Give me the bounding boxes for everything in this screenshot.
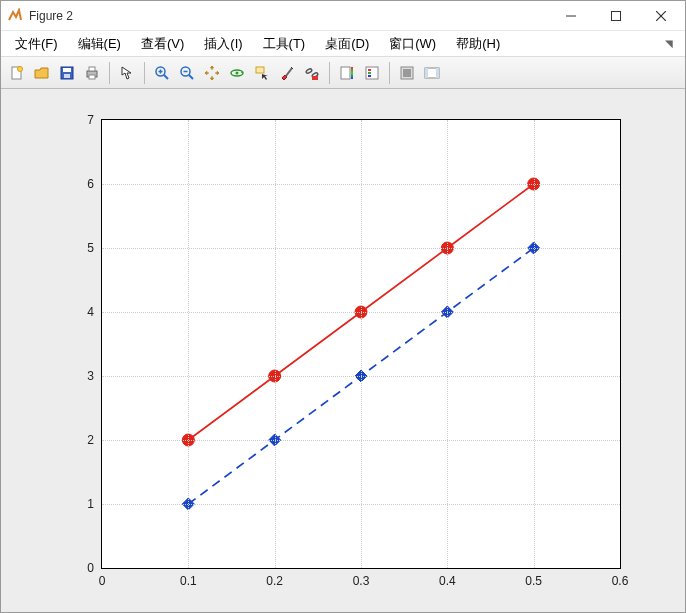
svg-rect-28 — [366, 67, 378, 79]
menu-file[interactable]: 文件(F) — [5, 32, 68, 56]
menu-help[interactable]: 帮助(H) — [446, 32, 510, 56]
new-figure-icon[interactable] — [5, 61, 29, 85]
zoom-in-icon[interactable] — [150, 61, 174, 85]
rotate-3d-icon[interactable] — [225, 61, 249, 85]
svg-rect-21 — [256, 67, 264, 73]
y-tick-label: 1 — [87, 497, 102, 511]
x-tick-label: 0.6 — [612, 568, 629, 588]
minimize-button[interactable] — [548, 2, 593, 30]
svg-point-20 — [236, 71, 239, 74]
y-tick-label: 7 — [87, 113, 102, 127]
menu-insert[interactable]: 插入(I) — [194, 32, 252, 56]
print-icon[interactable] — [80, 61, 104, 85]
insert-legend-icon[interactable] — [360, 61, 384, 85]
toolbar-separator — [389, 62, 390, 84]
window-title: Figure 2 — [29, 9, 548, 23]
figure-canvas[interactable]: 00.10.20.30.40.50.601234567 — [1, 89, 685, 612]
edit-plot-icon[interactable] — [115, 61, 139, 85]
svg-rect-8 — [64, 74, 70, 78]
toolbar-separator — [329, 62, 330, 84]
y-tick-label: 5 — [87, 241, 102, 255]
x-tick-label: 0.1 — [180, 568, 197, 588]
x-tick-label: 0.3 — [353, 568, 370, 588]
maximize-button[interactable] — [593, 2, 638, 30]
svg-line-22 — [286, 68, 292, 76]
menu-view[interactable]: 查看(V) — [131, 32, 194, 56]
matlab-icon — [7, 8, 23, 24]
save-icon[interactable] — [55, 61, 79, 85]
y-tick-label: 6 — [87, 177, 102, 191]
svg-rect-36 — [436, 68, 439, 78]
axes[interactable]: 00.10.20.30.40.50.601234567 — [101, 119, 621, 569]
x-tick-label: 0.5 — [525, 568, 542, 588]
menu-desktop[interactable]: 桌面(D) — [315, 32, 379, 56]
svg-line-13 — [164, 75, 168, 79]
docking-affordance[interactable]: ◥ — [657, 35, 681, 52]
menu-edit[interactable]: 编辑(E) — [68, 32, 131, 56]
menu-tools[interactable]: 工具(T) — [253, 32, 316, 56]
y-tick-label: 2 — [87, 433, 102, 447]
svg-rect-27 — [351, 67, 353, 79]
y-tick-label: 4 — [87, 305, 102, 319]
toolbar-separator — [109, 62, 110, 84]
svg-rect-33 — [403, 69, 411, 77]
svg-rect-11 — [89, 75, 95, 79]
svg-rect-1 — [611, 11, 620, 20]
menu-window[interactable]: 窗口(W) — [379, 32, 446, 56]
svg-rect-7 — [63, 68, 71, 72]
insert-colorbar-icon[interactable] — [335, 61, 359, 85]
titlebar: Figure 2 — [1, 1, 685, 31]
svg-rect-10 — [89, 67, 95, 71]
link-data-icon[interactable] — [300, 61, 324, 85]
x-tick-label: 0.2 — [266, 568, 283, 588]
toolbar-separator — [144, 62, 145, 84]
toolbar — [1, 57, 685, 89]
pan-icon[interactable] — [200, 61, 224, 85]
close-button[interactable] — [638, 2, 683, 30]
hide-plot-tools-icon[interactable] — [395, 61, 419, 85]
show-plot-tools-icon[interactable] — [420, 61, 444, 85]
data-cursor-icon[interactable] — [250, 61, 274, 85]
open-file-icon[interactable] — [30, 61, 54, 85]
svg-rect-25 — [312, 76, 318, 80]
svg-point-5 — [18, 66, 23, 71]
x-tick-label: 0.4 — [439, 568, 456, 588]
menubar: 文件(F) 编辑(E) 查看(V) 插入(I) 工具(T) 桌面(D) 窗口(W… — [1, 31, 685, 57]
zoom-out-icon[interactable] — [175, 61, 199, 85]
svg-line-17 — [189, 75, 193, 79]
brush-icon[interactable] — [275, 61, 299, 85]
y-tick-label: 0 — [87, 561, 102, 575]
y-tick-label: 3 — [87, 369, 102, 383]
svg-rect-26 — [341, 67, 350, 79]
svg-rect-35 — [425, 68, 428, 78]
svg-point-23 — [306, 68, 313, 74]
